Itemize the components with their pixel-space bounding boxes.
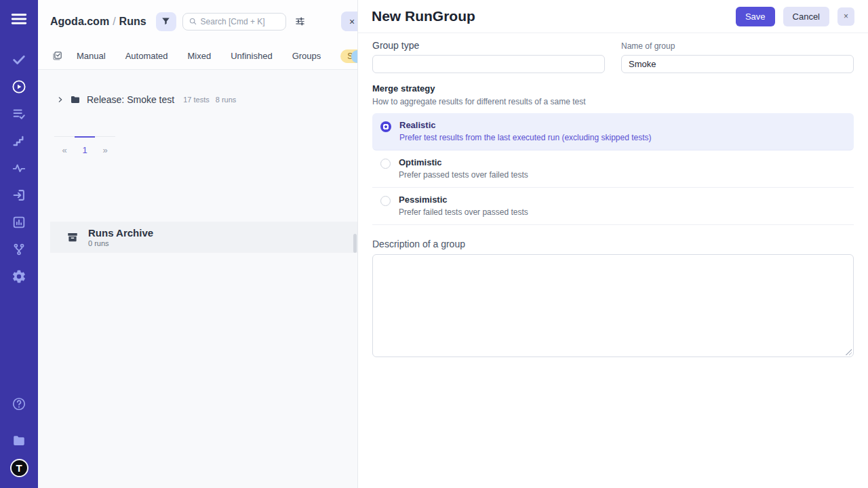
archive-count: 0 runs xyxy=(88,239,153,247)
strategy-texts: Optimistic Prefer passed tests over fail… xyxy=(399,157,528,180)
form-header: New RunGroup Save Cancel × xyxy=(358,0,868,33)
strategy-title: Pessimistic xyxy=(399,195,528,205)
tests-check-icon[interactable] xyxy=(10,51,28,68)
breadcrumb-page[interactable]: Runs xyxy=(119,16,146,27)
radio-icon[interactable] xyxy=(380,196,391,206)
tests-count: 17 tests xyxy=(183,96,210,104)
description-wrap xyxy=(372,254,854,357)
select-all-checkbox-icon[interactable] xyxy=(52,50,63,62)
tab-unfinished[interactable]: Unfinished xyxy=(231,51,272,61)
pagination-page-1[interactable]: 1 xyxy=(75,136,95,155)
description-textarea[interactable] xyxy=(372,254,854,357)
pagination-prev[interactable]: « xyxy=(54,136,75,155)
stairs-icon[interactable] xyxy=(10,132,28,150)
runs-count: 8 runs xyxy=(216,96,237,104)
sign-in-icon[interactable] xyxy=(10,186,28,204)
search-icon xyxy=(189,17,197,26)
sidebar: T xyxy=(0,0,38,488)
strategy-description: Prefer test results from the last execut… xyxy=(399,133,652,142)
pagination-next[interactable]: » xyxy=(95,136,115,155)
tab-manual[interactable]: Manual xyxy=(77,51,106,61)
run-group-title[interactable]: Release: Smoke test xyxy=(87,94,174,105)
group-type-field: Group type xyxy=(372,39,605,73)
strategy-texts: Pessimistic Prefer failed tests over pas… xyxy=(399,195,528,217)
cancel-button[interactable]: Cancel xyxy=(783,7,829,26)
help-icon[interactable] xyxy=(10,395,28,413)
description-label: Description of a group xyxy=(372,239,854,249)
strategy-description: Prefer passed tests over failed tests xyxy=(399,170,528,180)
scrollbar-thumb[interactable] xyxy=(353,234,357,253)
settings-gear-icon[interactable] xyxy=(10,268,28,285)
runs-play-icon[interactable] xyxy=(10,78,28,96)
runs-list-panel: Agoda.com/Runs × xyxy=(38,0,357,488)
menu-icon[interactable] xyxy=(10,10,28,28)
group-type-input[interactable] xyxy=(372,55,605,73)
breadcrumb-separator: / xyxy=(109,16,119,27)
radio-icon[interactable] xyxy=(380,121,391,132)
chevron-right-icon[interactable] xyxy=(57,96,64,103)
search-box xyxy=(182,13,286,30)
tab-mixed[interactable]: Mixed xyxy=(188,51,212,61)
strategy-option-realistic[interactable]: Realistic Prefer test results from the l… xyxy=(372,113,854,150)
run-group-counts: 17 tests 8 runs xyxy=(183,96,236,104)
name-field: Name of group xyxy=(621,39,854,73)
pagination: « 1 » xyxy=(54,136,115,155)
radio-icon[interactable] xyxy=(380,159,391,169)
name-input[interactable] xyxy=(621,55,854,73)
strategy-texts: Realistic Prefer test results from the l… xyxy=(399,120,652,142)
new-rungroup-panel: New RunGroup Save Cancel × Group type Na… xyxy=(357,0,868,488)
merge-strategy-options: Realistic Prefer test results from the l… xyxy=(372,113,854,225)
runs-archive-row[interactable]: Runs Archive 0 runs xyxy=(50,222,357,253)
search-input[interactable] xyxy=(201,17,280,26)
fields-row: Group type Name of group xyxy=(372,39,854,73)
archive-title: Runs Archive xyxy=(88,228,153,239)
close-button[interactable]: × xyxy=(837,7,854,26)
app-window: T Agoda.com/Runs xyxy=(0,0,868,488)
adjustments-button[interactable] xyxy=(293,14,307,28)
group-type-label: Group type xyxy=(372,39,605,51)
profile-avatar[interactable]: T xyxy=(10,459,28,477)
list-check-icon[interactable] xyxy=(10,105,28,123)
filter-button[interactable] xyxy=(156,12,176,31)
branch-icon[interactable] xyxy=(10,241,28,258)
filter-tabs-row: Manual Automated Mixed Unfinished Groups… xyxy=(38,43,357,70)
save-button[interactable]: Save xyxy=(736,7,775,26)
strategy-description: Prefer failed tests over passed tests xyxy=(399,207,528,217)
tab-groups[interactable]: Groups xyxy=(292,51,321,61)
strategy-title: Optimistic xyxy=(399,157,528,167)
runs-toolbar: Agoda.com/Runs × xyxy=(38,0,357,43)
merge-strategy-label: Merge strategy xyxy=(372,83,854,94)
pulse-icon[interactable] xyxy=(10,159,28,177)
runs-list-body: Release: Smoke test 17 tests 8 runs « 1 … xyxy=(38,94,357,485)
run-group-row[interactable]: Release: Smoke test 17 tests 8 runs xyxy=(50,94,357,105)
rungroup-form: Group type Name of group Merge strategy … xyxy=(358,33,868,357)
tab-automated[interactable]: Automated xyxy=(125,51,168,61)
merge-strategy-hint: How to aggregate results for different r… xyxy=(372,97,854,106)
funnel-icon xyxy=(161,16,171,26)
sliders-icon xyxy=(294,16,306,27)
name-label: Name of group xyxy=(621,39,854,51)
page-title: New RunGroup xyxy=(372,8,736,24)
sidebar-bottom: T xyxy=(0,395,38,477)
archive-texts: Runs Archive 0 runs xyxy=(88,228,153,247)
folder-icon xyxy=(70,94,81,105)
strategy-option-pessimistic[interactable]: Pessimistic Prefer failed tests over pas… xyxy=(372,188,854,225)
strategy-title: Realistic xyxy=(399,120,652,130)
bar-chart-icon[interactable] xyxy=(10,214,28,231)
archive-box-icon xyxy=(66,231,79,243)
breadcrumb: Agoda.com/Runs xyxy=(50,16,146,28)
breadcrumb-project[interactable]: Agoda.com xyxy=(50,16,109,27)
projects-folder-icon[interactable] xyxy=(10,432,28,449)
strategy-option-optimistic[interactable]: Optimistic Prefer passed tests over fail… xyxy=(372,150,854,188)
